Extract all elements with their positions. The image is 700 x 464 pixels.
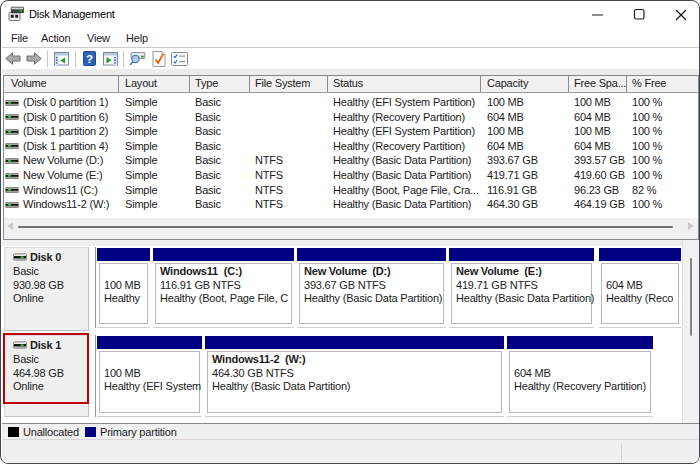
svg-text:?: ?: [86, 53, 93, 65]
